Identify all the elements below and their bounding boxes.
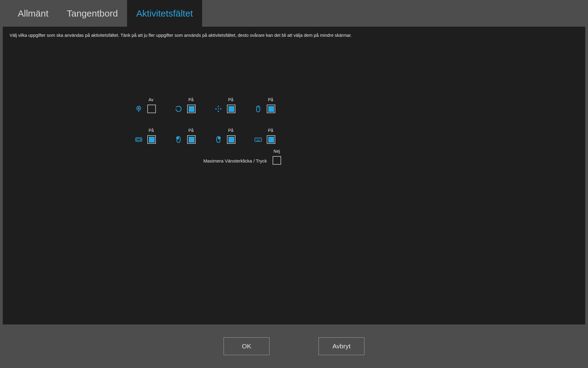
place-marker-icon bbox=[134, 105, 143, 113]
toggle-state-label: På bbox=[228, 128, 233, 133]
toggle-state-label: Av bbox=[149, 97, 153, 102]
maximize-state-label: Nej bbox=[273, 149, 280, 154]
svg-marker-5 bbox=[221, 108, 222, 110]
maximize-label: Maximera Vänsterklicka / Tryck bbox=[203, 158, 267, 163]
content-panel: Välj vilka uppgifter som ska användas på… bbox=[3, 27, 446, 279]
svg-marker-4 bbox=[215, 108, 216, 110]
mouse-icon bbox=[254, 105, 262, 113]
description-text: Välj vilka uppgifter som ska användas på… bbox=[9, 32, 446, 38]
toggle-grid: Av På På bbox=[134, 97, 294, 144]
svg-marker-3 bbox=[217, 111, 220, 112]
mouse-left-icon bbox=[174, 135, 183, 144]
toggle-checkbox[interactable] bbox=[147, 105, 156, 113]
svg-marker-2 bbox=[217, 105, 220, 107]
toggle-checkbox[interactable] bbox=[227, 105, 236, 113]
tabs-bar: Allmänt Tangentbord Aktivitetsfältet bbox=[0, 0, 446, 27]
toggle-cell: På bbox=[214, 97, 254, 113]
toggle-checkbox[interactable] bbox=[227, 135, 236, 144]
toggle-cell: På bbox=[214, 128, 254, 144]
toggle-state-label: På bbox=[188, 97, 194, 102]
toggle-state-label: På bbox=[268, 97, 273, 102]
toggle-checkbox[interactable] bbox=[187, 135, 196, 144]
toggle-cell: På bbox=[254, 97, 294, 113]
svg-rect-6 bbox=[218, 108, 219, 109]
toggle-cell: På bbox=[134, 128, 174, 144]
toggle-state-label: På bbox=[149, 128, 154, 133]
toggle-state-label: På bbox=[188, 128, 194, 133]
calibrate-icon bbox=[134, 135, 143, 144]
toggle-state-label: På bbox=[228, 97, 233, 102]
toggle-checkbox[interactable] bbox=[147, 135, 156, 144]
tab-taskbar[interactable]: Aktivitetsfältet bbox=[127, 0, 202, 27]
toggle-cell: På bbox=[174, 128, 214, 144]
svg-rect-10 bbox=[137, 139, 141, 141]
mouse-right-icon bbox=[214, 135, 223, 144]
refresh-icon bbox=[174, 105, 183, 113]
toggle-cell: På bbox=[174, 97, 214, 113]
toggle-checkbox[interactable] bbox=[187, 105, 196, 113]
move-icon bbox=[214, 105, 223, 113]
tab-keyboard[interactable]: Tangentbord bbox=[58, 0, 127, 27]
toggle-cell: På bbox=[254, 128, 294, 144]
maximize-row: Maximera Vänsterklicka / Tryck Nej bbox=[203, 149, 281, 165]
toggle-cell: Av bbox=[134, 97, 174, 113]
toggle-checkbox[interactable] bbox=[267, 105, 275, 113]
maximize-checkbox[interactable] bbox=[273, 156, 281, 165]
svg-point-1 bbox=[138, 108, 139, 109]
keyboard-icon bbox=[254, 135, 262, 144]
toggle-checkbox[interactable] bbox=[267, 135, 275, 144]
tab-general[interactable]: Allmänt bbox=[9, 0, 58, 27]
toggle-state-label: På bbox=[268, 128, 273, 133]
